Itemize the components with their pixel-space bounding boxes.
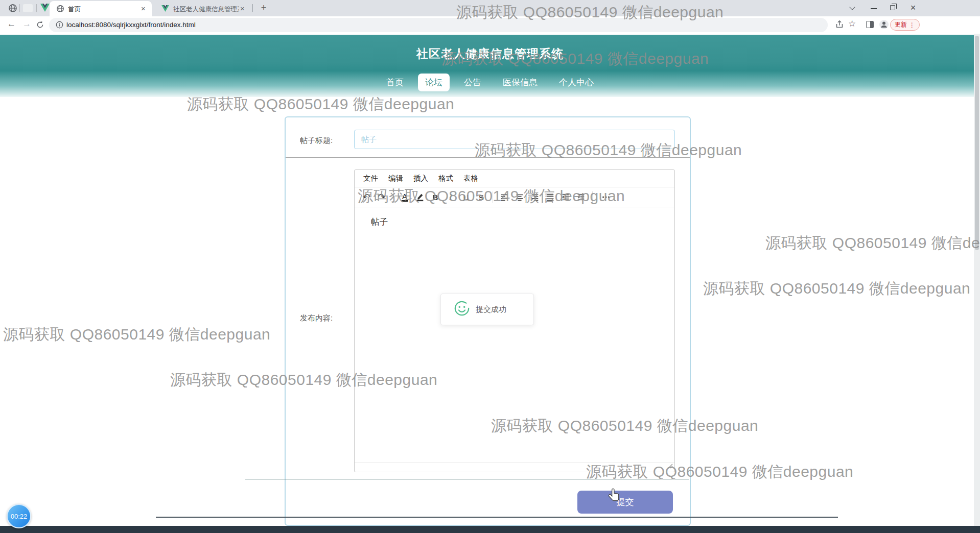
watermark-text: 源码获取 QQ86050149 微信deepguan	[765, 233, 980, 254]
submit-button[interactable]: 提交	[577, 491, 673, 514]
new-tab-button[interactable]: +	[258, 2, 270, 14]
tab-divider	[252, 4, 253, 12]
watermark-text: 源码获取 QQ86050149 微信deepguan	[358, 186, 625, 207]
reload-button[interactable]	[36, 20, 44, 31]
watermark-text: 源码获取 QQ86050149 微信deepguan	[441, 49, 709, 69]
browser-globe-icon	[8, 4, 17, 15]
watermark-text: 源码获取 QQ86050149 微信deepguan	[456, 2, 724, 23]
main-nav: 首页 论坛 公告 医保信息 个人中心	[0, 74, 980, 91]
watermark-text: 源码获取 QQ86050149 微信deepguan	[586, 462, 853, 482]
profile-avatar-icon[interactable]	[879, 19, 889, 32]
menu-format[interactable]: 格式	[433, 172, 458, 185]
recording-time: 00:22	[11, 513, 28, 520]
post-content-label: 发布内容:	[300, 313, 333, 323]
browser-menu-icon: ⋮	[909, 21, 915, 29]
watermark-text: 源码获取 QQ86050149 微信deepguan	[187, 94, 454, 115]
tab-title: 社区老人健康信息管理系统	[173, 5, 239, 14]
success-smiley-icon	[454, 300, 470, 319]
recording-timer-badge[interactable]: 00:22	[7, 504, 31, 528]
watermark-text: 源码获取 QQ86050149 微信deepguan	[475, 140, 742, 161]
browser-update-button[interactable]: 更新 ⋮	[890, 19, 920, 31]
globe-favicon-icon	[56, 5, 64, 15]
vue-favicon-icon	[161, 5, 169, 14]
watermark-text: 源码获取 QQ86050149 微信deepguan	[491, 416, 758, 437]
watermark-text: 源码获取 QQ86050149 微信deepguan	[703, 278, 970, 299]
toast-message: 提交成功	[476, 305, 506, 314]
watermark-text: 源码获取 QQ86050149 微信deepguan	[170, 370, 437, 391]
menu-edit[interactable]: 编辑	[383, 172, 408, 185]
nav-item-profile[interactable]: 个人中心	[552, 74, 601, 91]
nav-item-insurance[interactable]: 医保信息	[496, 74, 545, 91]
page-scrollbar[interactable]	[974, 34, 980, 526]
close-tab-icon[interactable]: ×	[238, 4, 247, 13]
window-close-button[interactable]: ×	[907, 2, 919, 13]
tab-home[interactable]: 首页 ×	[50, 1, 152, 16]
tab-system[interactable]: 社区老人健康信息管理系统 ×	[155, 1, 251, 16]
mouse-cursor-icon	[608, 488, 621, 505]
tab-divider	[19, 4, 20, 12]
close-tab-icon[interactable]: ×	[139, 4, 148, 13]
editor-menubar: 文件 编辑 插入 格式 表格	[355, 170, 674, 187]
bottom-bar	[0, 526, 980, 533]
success-toast: 提交成功	[440, 294, 534, 325]
site-info-icon[interactable]	[56, 21, 63, 31]
menu-insert[interactable]: 插入	[408, 172, 433, 185]
pinned-tab-thumbnail[interactable]	[23, 4, 33, 12]
vue-pinned-icon[interactable]	[40, 4, 50, 14]
tab-title: 首页	[68, 5, 81, 14]
window-minimize-button[interactable]	[871, 8, 877, 9]
form-divider	[156, 517, 838, 518]
editor-content-text: 帖子	[371, 216, 388, 228]
share-icon[interactable]	[835, 20, 844, 31]
forward-button[interactable]: →	[22, 19, 31, 29]
nav-item-home[interactable]: 首页	[379, 74, 411, 91]
menu-table[interactable]: 表格	[458, 172, 483, 185]
scrollbar-thumb[interactable]	[975, 36, 979, 250]
window-restore-button[interactable]	[890, 5, 895, 10]
nav-item-announcement[interactable]: 公告	[457, 74, 488, 91]
post-title-label: 帖子标题:	[300, 136, 333, 146]
watermark-text: 源码获取 QQ86050149 微信deepguan	[3, 324, 270, 345]
side-panel-icon[interactable]	[866, 21, 874, 28]
url-text: localhost:8080/sqlrjkxxglxt/front/index.…	[66, 21, 196, 29]
window-menu-chevron-icon[interactable]	[849, 4, 855, 10]
back-button[interactable]: ←	[7, 19, 16, 29]
update-label: 更新	[895, 20, 907, 29]
browser-window: 首页 × 社区老人健康信息管理系统 × + × ← → localhost:80…	[0, 0, 980, 533]
bookmark-star-icon[interactable]: ☆	[848, 18, 856, 29]
nav-item-forum[interactable]: 论坛	[418, 74, 450, 91]
menu-file[interactable]: 文件	[358, 172, 383, 185]
tab-divider	[36, 4, 37, 12]
